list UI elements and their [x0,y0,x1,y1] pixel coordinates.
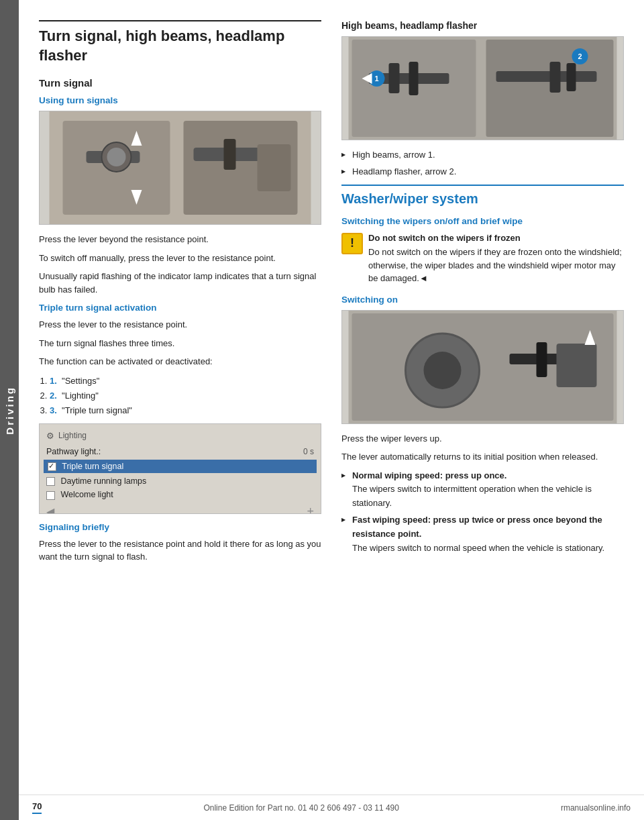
warning-body: Do not switch on the wipers if they are … [368,247,622,283]
svg-rect-20 [496,71,597,82]
triple-body2: The turn signal flashes three times. [39,337,321,350]
subsection-signaling-briefly: Signaling briefly [39,522,321,532]
switching-wipers-subheading: Switching the wipers on/off and brief wi… [341,216,624,226]
right-column: High beams, headlamp flasher 1 [341,20,624,569]
wiper-image [341,310,624,424]
left-column: Turn signal, high beams, headlamp flashe… [39,20,321,569]
svg-rect-10 [258,144,291,191]
triple-activation-list: 1. "Settings" 2. "Lighting" 3. "Triple t… [50,374,321,418]
wiper-bullet-normal-sub: The wipers switch to intermittent operat… [352,484,592,508]
svg-rect-22 [567,63,576,91]
triple-body3: The function can be activated or deactiv… [39,355,321,368]
svg-rect-9 [224,139,236,170]
svg-rect-30 [537,342,547,377]
pathway-row: Pathway light.: 0 s [46,446,314,457]
wiper-bullet-fast: Fast wiping speed: press up twice or pre… [341,513,624,555]
list-item-3: 3. "Triple turn signal" [50,403,321,418]
watermark-text: rmanualsonline.info [561,803,631,813]
svg-point-5 [107,148,126,166]
wiper-bullet-normal-lead: Normal wiping speed: press up once. [352,470,506,480]
high-beams-heading: High beams, headlamp flasher [341,20,624,31]
subsection-triple-turn: Triple turn signal activation [39,303,321,313]
washer-wiper-heading: Washer/wiper system [341,185,624,207]
turn-signal-body3: Unusually rapid flashing of the indicato… [39,270,321,296]
turn-signal-image [39,111,321,225]
wiper-svg [342,310,623,424]
switching-on-subheading: Switching on [341,295,624,305]
svg-text:2: 2 [578,52,582,60]
welcome-checkbox [46,491,55,500]
warning-box: ! Do not switch on the wipers if frozen … [341,232,624,285]
daytime-row: Daytime running lamps [46,476,314,486]
svg-point-28 [424,352,462,389]
lighting-menu-title: ⚙ Lighting [46,431,314,441]
bullet-headlamp-flasher: Headlamp flasher, arrow 2. [341,165,624,179]
triple-checkbox [48,462,56,471]
warning-title: Do not switch on the wipers if frozen [368,232,624,245]
side-tab-label: Driving [4,386,15,435]
svg-text:1: 1 [374,74,378,83]
wiper-body1: Press the wiper levers up. [341,432,624,446]
signaling-briefly-body: Press the lever to the resistance point … [39,537,321,564]
svg-rect-15 [409,62,419,95]
side-tab: Driving [0,0,19,820]
high-beams-svg: 1 2 [342,36,623,140]
daytime-checkbox [46,477,55,486]
wiper-bullet-normal: Normal wiping speed: press up once. The … [341,469,624,511]
turn-signal-body2: To switch off manually, press the lever … [39,252,321,265]
welcome-row: Welcome light [46,489,314,500]
lighting-nav: ◀ + [46,505,314,514]
wiper-bullet-fast-lead: Fast wiping speed: press up twice or pre… [352,515,602,539]
high-beams-image: 1 2 [341,36,624,140]
lighting-menu-image: ⚙ Lighting Pathway light.: 0 s Triple tu… [39,423,321,514]
warning-icon: ! [341,233,363,254]
wiper-bullets: Normal wiping speed: press up once. The … [341,469,624,556]
wiper-bullet-fast-sub: The wipers switch to normal speed when t… [352,543,604,553]
triple-turn-row-highlighted: Triple turn signal [44,460,317,473]
page-title: Turn signal, high beams, headlamp flashe… [39,20,321,65]
subsection-using-turn-signals: Using turn signals [39,95,321,105]
svg-rect-31 [557,344,597,387]
nav-plus[interactable]: + [307,505,314,514]
footer: 70 Online Edition for Part no. 01 40 2 6… [19,795,644,820]
list-item-1: 1. "Settings" [50,374,321,389]
turn-signal-body1: Press the lever beyond the resistance po… [39,233,321,246]
list-item-2: 2. "Lighting" [50,389,321,403]
wiper-body2: The lever automatically returns to its i… [341,450,624,464]
high-beams-bullets: High beams, arrow 1. Headlamp flasher, a… [341,148,624,179]
section-heading-turn-signal: Turn signal [39,77,321,89]
nav-left-arrow[interactable]: ◀ [46,505,54,514]
svg-rect-14 [389,63,400,93]
triple-body1: Press the lever to the resistance point. [39,318,321,331]
edition-text: Online Edition for Part no. 01 40 2 606 … [203,803,399,813]
page-number: 70 [32,801,42,814]
warning-text: Do not switch on the wipers if frozen Do… [368,232,624,285]
main-content: Turn signal, high beams, headlamp flashe… [19,0,644,596]
svg-rect-21 [550,62,561,93]
bullet-high-beams: High beams, arrow 1. [341,148,624,162]
turn-signal-svg [40,111,321,225]
